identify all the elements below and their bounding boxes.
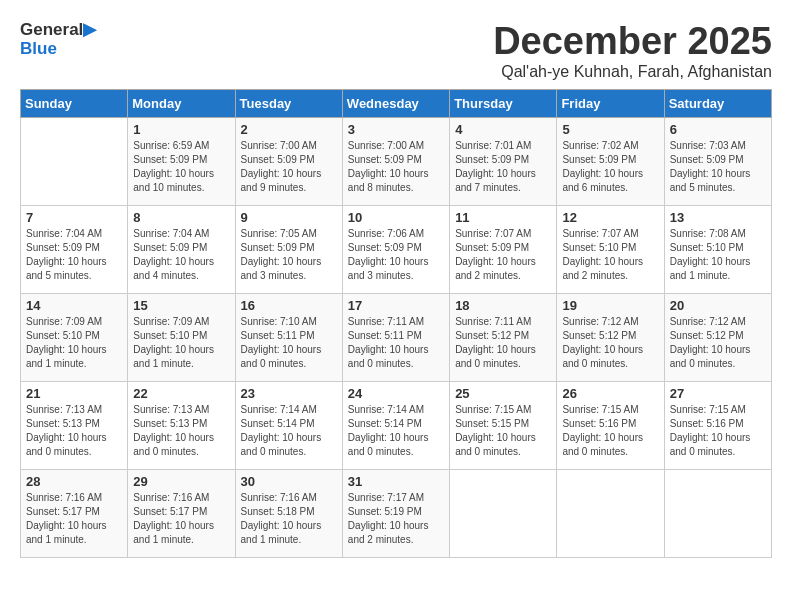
day-number: 3	[348, 122, 444, 137]
weekday-header-saturday: Saturday	[664, 90, 771, 118]
calendar-cell: 17Sunrise: 7:11 AM Sunset: 5:11 PM Dayli…	[342, 294, 449, 382]
day-number: 16	[241, 298, 337, 313]
logo-text: General▶	[20, 20, 96, 40]
calendar-cell	[450, 470, 557, 558]
day-info: Sunrise: 7:13 AM Sunset: 5:13 PM Dayligh…	[26, 403, 122, 459]
calendar-cell: 1Sunrise: 6:59 AM Sunset: 5:09 PM Daylig…	[128, 118, 235, 206]
weekday-header-monday: Monday	[128, 90, 235, 118]
calendar-cell: 25Sunrise: 7:15 AM Sunset: 5:15 PM Dayli…	[450, 382, 557, 470]
day-number: 5	[562, 122, 658, 137]
day-info: Sunrise: 7:14 AM Sunset: 5:14 PM Dayligh…	[348, 403, 444, 459]
calendar-cell: 26Sunrise: 7:15 AM Sunset: 5:16 PM Dayli…	[557, 382, 664, 470]
day-number: 6	[670, 122, 766, 137]
calendar-week-4: 21Sunrise: 7:13 AM Sunset: 5:13 PM Dayli…	[21, 382, 772, 470]
day-number: 18	[455, 298, 551, 313]
day-info: Sunrise: 7:11 AM Sunset: 5:11 PM Dayligh…	[348, 315, 444, 371]
day-number: 7	[26, 210, 122, 225]
month-title: December 2025	[493, 20, 772, 63]
weekday-header-sunday: Sunday	[21, 90, 128, 118]
day-number: 12	[562, 210, 658, 225]
day-info: Sunrise: 7:16 AM Sunset: 5:17 PM Dayligh…	[133, 491, 229, 547]
calendar-cell: 5Sunrise: 7:02 AM Sunset: 5:09 PM Daylig…	[557, 118, 664, 206]
day-number: 24	[348, 386, 444, 401]
calendar-week-1: 1Sunrise: 6:59 AM Sunset: 5:09 PM Daylig…	[21, 118, 772, 206]
page-header: General▶ Blue December 2025 Qal'ah-ye Ku…	[20, 20, 772, 81]
day-number: 2	[241, 122, 337, 137]
day-number: 20	[670, 298, 766, 313]
day-info: Sunrise: 7:17 AM Sunset: 5:19 PM Dayligh…	[348, 491, 444, 547]
calendar-cell: 21Sunrise: 7:13 AM Sunset: 5:13 PM Dayli…	[21, 382, 128, 470]
day-number: 28	[26, 474, 122, 489]
day-info: Sunrise: 7:16 AM Sunset: 5:18 PM Dayligh…	[241, 491, 337, 547]
day-info: Sunrise: 7:08 AM Sunset: 5:10 PM Dayligh…	[670, 227, 766, 283]
day-info: Sunrise: 7:15 AM Sunset: 5:15 PM Dayligh…	[455, 403, 551, 459]
calendar-table: SundayMondayTuesdayWednesdayThursdayFrid…	[20, 89, 772, 558]
calendar-cell: 11Sunrise: 7:07 AM Sunset: 5:09 PM Dayli…	[450, 206, 557, 294]
day-info: Sunrise: 7:13 AM Sunset: 5:13 PM Dayligh…	[133, 403, 229, 459]
day-info: Sunrise: 7:03 AM Sunset: 5:09 PM Dayligh…	[670, 139, 766, 195]
day-number: 19	[562, 298, 658, 313]
day-info: Sunrise: 7:12 AM Sunset: 5:12 PM Dayligh…	[670, 315, 766, 371]
title-section: December 2025 Qal'ah-ye Kuhnah, Farah, A…	[493, 20, 772, 81]
calendar-week-2: 7Sunrise: 7:04 AM Sunset: 5:09 PM Daylig…	[21, 206, 772, 294]
calendar-cell	[21, 118, 128, 206]
weekday-header-tuesday: Tuesday	[235, 90, 342, 118]
calendar-cell: 10Sunrise: 7:06 AM Sunset: 5:09 PM Dayli…	[342, 206, 449, 294]
day-info: Sunrise: 7:06 AM Sunset: 5:09 PM Dayligh…	[348, 227, 444, 283]
calendar-cell	[664, 470, 771, 558]
day-number: 1	[133, 122, 229, 137]
calendar-cell: 19Sunrise: 7:12 AM Sunset: 5:12 PM Dayli…	[557, 294, 664, 382]
day-number: 25	[455, 386, 551, 401]
day-number: 8	[133, 210, 229, 225]
weekday-header-friday: Friday	[557, 90, 664, 118]
calendar-cell: 23Sunrise: 7:14 AM Sunset: 5:14 PM Dayli…	[235, 382, 342, 470]
day-number: 14	[26, 298, 122, 313]
calendar-cell: 24Sunrise: 7:14 AM Sunset: 5:14 PM Dayli…	[342, 382, 449, 470]
calendar-cell: 28Sunrise: 7:16 AM Sunset: 5:17 PM Dayli…	[21, 470, 128, 558]
calendar-cell: 12Sunrise: 7:07 AM Sunset: 5:10 PM Dayli…	[557, 206, 664, 294]
day-number: 27	[670, 386, 766, 401]
day-info: Sunrise: 7:12 AM Sunset: 5:12 PM Dayligh…	[562, 315, 658, 371]
calendar-cell: 31Sunrise: 7:17 AM Sunset: 5:19 PM Dayli…	[342, 470, 449, 558]
calendar-cell: 29Sunrise: 7:16 AM Sunset: 5:17 PM Dayli…	[128, 470, 235, 558]
day-number: 23	[241, 386, 337, 401]
day-info: Sunrise: 7:07 AM Sunset: 5:09 PM Dayligh…	[455, 227, 551, 283]
day-info: Sunrise: 7:15 AM Sunset: 5:16 PM Dayligh…	[562, 403, 658, 459]
day-number: 30	[241, 474, 337, 489]
day-info: Sunrise: 7:02 AM Sunset: 5:09 PM Dayligh…	[562, 139, 658, 195]
calendar-cell	[557, 470, 664, 558]
day-info: Sunrise: 7:01 AM Sunset: 5:09 PM Dayligh…	[455, 139, 551, 195]
day-info: Sunrise: 7:10 AM Sunset: 5:11 PM Dayligh…	[241, 315, 337, 371]
calendar-cell: 18Sunrise: 7:11 AM Sunset: 5:12 PM Dayli…	[450, 294, 557, 382]
day-number: 11	[455, 210, 551, 225]
day-info: Sunrise: 7:05 AM Sunset: 5:09 PM Dayligh…	[241, 227, 337, 283]
weekday-header-wednesday: Wednesday	[342, 90, 449, 118]
day-info: Sunrise: 7:04 AM Sunset: 5:09 PM Dayligh…	[26, 227, 122, 283]
calendar-cell: 15Sunrise: 7:09 AM Sunset: 5:10 PM Dayli…	[128, 294, 235, 382]
calendar-cell: 13Sunrise: 7:08 AM Sunset: 5:10 PM Dayli…	[664, 206, 771, 294]
calendar-cell: 9Sunrise: 7:05 AM Sunset: 5:09 PM Daylig…	[235, 206, 342, 294]
calendar-cell: 14Sunrise: 7:09 AM Sunset: 5:10 PM Dayli…	[21, 294, 128, 382]
calendar-cell: 6Sunrise: 7:03 AM Sunset: 5:09 PM Daylig…	[664, 118, 771, 206]
day-number: 17	[348, 298, 444, 313]
day-number: 21	[26, 386, 122, 401]
day-info: Sunrise: 7:09 AM Sunset: 5:10 PM Dayligh…	[133, 315, 229, 371]
calendar-week-3: 14Sunrise: 7:09 AM Sunset: 5:10 PM Dayli…	[21, 294, 772, 382]
calendar-cell: 30Sunrise: 7:16 AM Sunset: 5:18 PM Dayli…	[235, 470, 342, 558]
calendar-cell: 7Sunrise: 7:04 AM Sunset: 5:09 PM Daylig…	[21, 206, 128, 294]
day-info: Sunrise: 7:14 AM Sunset: 5:14 PM Dayligh…	[241, 403, 337, 459]
day-number: 29	[133, 474, 229, 489]
logo-blue: Blue	[20, 40, 57, 59]
day-number: 9	[241, 210, 337, 225]
day-number: 22	[133, 386, 229, 401]
calendar-week-5: 28Sunrise: 7:16 AM Sunset: 5:17 PM Dayli…	[21, 470, 772, 558]
calendar-cell: 4Sunrise: 7:01 AM Sunset: 5:09 PM Daylig…	[450, 118, 557, 206]
calendar-cell: 20Sunrise: 7:12 AM Sunset: 5:12 PM Dayli…	[664, 294, 771, 382]
calendar-cell: 22Sunrise: 7:13 AM Sunset: 5:13 PM Dayli…	[128, 382, 235, 470]
calendar-cell: 16Sunrise: 7:10 AM Sunset: 5:11 PM Dayli…	[235, 294, 342, 382]
day-number: 4	[455, 122, 551, 137]
day-info: Sunrise: 7:16 AM Sunset: 5:17 PM Dayligh…	[26, 491, 122, 547]
weekday-header-row: SundayMondayTuesdayWednesdayThursdayFrid…	[21, 90, 772, 118]
day-number: 26	[562, 386, 658, 401]
day-info: Sunrise: 7:00 AM Sunset: 5:09 PM Dayligh…	[241, 139, 337, 195]
